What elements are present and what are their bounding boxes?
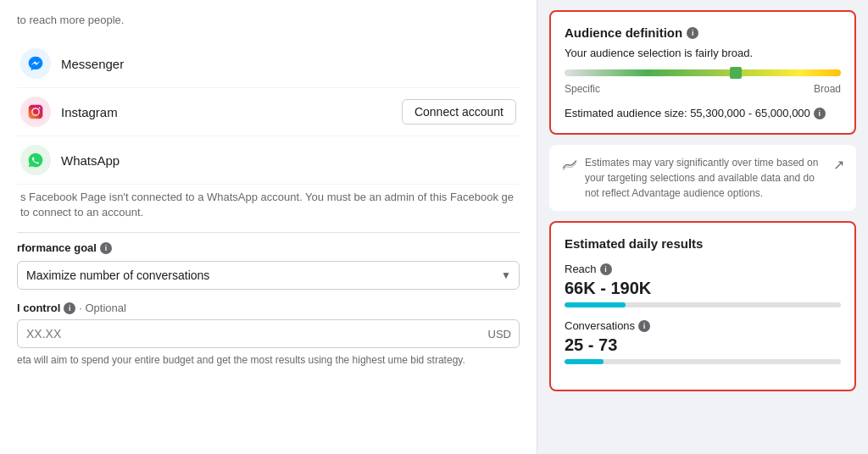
performance-goal-label: rformance goal i [17, 241, 520, 254]
audience-size: Estimated audience size: 55,300,000 - 65… [565, 107, 841, 119]
instagram-name: Instagram [61, 105, 402, 119]
reach-text: to reach more people. [17, 14, 520, 26]
svg-point-2 [39, 108, 41, 109]
reach-value: 66K - 190K [565, 279, 841, 298]
chart-icon [561, 156, 578, 177]
reach-info-icon[interactable]: i [600, 263, 612, 275]
reach-label: Reach i [565, 263, 841, 275]
reach-bar-fill [565, 302, 626, 307]
reach-metric: Reach i 66K - 190K [565, 263, 841, 307]
bid-optional-text: · Optional [79, 302, 126, 314]
audience-size-info-icon[interactable]: i [814, 108, 826, 119]
svg-rect-0 [29, 105, 43, 119]
connect-account-button[interactable]: Connect account [402, 99, 516, 125]
reach-bar-track [565, 302, 841, 307]
whatsapp-name: WhatsApp [61, 153, 516, 168]
bid-info-icon[interactable]: i [64, 302, 75, 314]
whatsapp-note: s Facebook Page isn't connected to a Wha… [17, 190, 520, 220]
right-panel: Audience definition i Your audience sele… [537, 0, 868, 454]
disclaimer-card: Estimates may vary significantly over ti… [549, 145, 856, 211]
instagram-platform-item: Instagram Connect account [17, 88, 520, 136]
bid-section: l control i · Optional USD eta will aim … [17, 302, 520, 368]
gauge-indicator [730, 67, 742, 79]
gauge-specific-label: Specific [565, 83, 600, 95]
daily-results-title: Estimated daily results [565, 236, 841, 251]
whatsapp-icon [20, 145, 51, 175]
conversations-label: Conversations i [565, 319, 841, 332]
messenger-name: Messenger [61, 57, 516, 71]
conversations-bar-fill [565, 359, 604, 364]
conversations-metric: Conversations i 25 - 73 [565, 319, 841, 364]
estimated-daily-results-card: Estimated daily results Reach i 66K - 19… [549, 221, 856, 391]
bid-control-label: l control i · Optional [17, 302, 520, 314]
messenger-platform-item: Messenger [17, 40, 520, 88]
conversations-info-icon[interactable]: i [638, 320, 650, 332]
performance-goal-select[interactable]: Maximize number of conversations [17, 261, 520, 290]
performance-goal-select-wrapper: Maximize number of conversations ▼ [17, 261, 520, 290]
audience-gauge-bar [565, 69, 841, 76]
disclaimer-text: Estimates may vary significantly over ti… [585, 155, 826, 201]
bid-input[interactable] [17, 319, 520, 348]
messenger-icon [20, 48, 51, 79]
divider-1 [17, 232, 520, 233]
instagram-icon [20, 97, 51, 127]
conversations-value: 25 - 73 [565, 335, 841, 355]
gauge-broad-label: Broad [814, 83, 841, 95]
cursor-icon: ↗ [833, 155, 844, 175]
audience-definition-card: Audience definition i Your audience sele… [549, 10, 856, 135]
gauge-labels: Specific Broad [565, 83, 841, 95]
audience-description: Your audience selection is fairly broad. [565, 47, 841, 59]
performance-goal-info-icon[interactable]: i [100, 242, 112, 254]
audience-definition-title: Audience definition i [565, 25, 841, 40]
whatsapp-platform-item: WhatsApp [17, 136, 520, 185]
left-panel: to reach more people. Messenger [0, 0, 537, 454]
bid-note: eta will aim to spend your entire budget… [17, 353, 520, 368]
conversations-bar-track [565, 359, 841, 364]
bid-input-wrapper: USD [17, 319, 520, 348]
audience-definition-info-icon[interactable]: i [687, 27, 698, 39]
currency-label: USD [488, 328, 511, 340]
